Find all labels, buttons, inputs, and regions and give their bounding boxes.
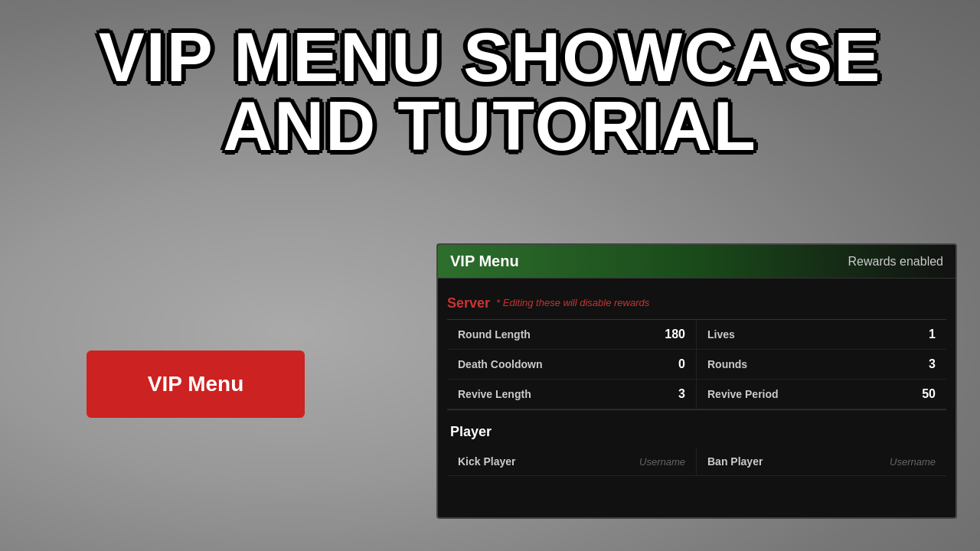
setting-death-cooldown: Death Cooldown 0: [447, 350, 697, 380]
settings-grid: Round Length 180 Lives 1 Death Cooldown …: [447, 319, 946, 409]
server-label: Server: [447, 295, 490, 311]
player-label: Player: [450, 424, 492, 440]
title-line2: AND TUTORIAL: [223, 88, 756, 165]
panel-header: VIP Menu Rewards enabled: [438, 245, 956, 279]
vip-button-label: VIP Menu: [148, 372, 244, 396]
setting-value-round-length: 180: [665, 328, 685, 341]
ban-player-input[interactable]: Username: [890, 456, 936, 468]
setting-revive-length: Revive Length 3: [447, 380, 697, 409]
server-subtitle: * Editing these will disable rewards: [496, 297, 649, 308]
title-line1: VIP MENU SHOWCASE: [99, 19, 881, 96]
rewards-status: Rewards enabled: [848, 255, 943, 269]
ban-player-label: Ban Player: [707, 455, 763, 468]
setting-value-death-cooldown: 0: [678, 357, 685, 371]
setting-label-lives: Lives: [707, 328, 735, 341]
kick-player-label: Kick Player: [458, 455, 516, 468]
setting-value-lives: 1: [929, 328, 936, 341]
setting-rounds: Rounds 3: [697, 350, 946, 380]
ban-player-field[interactable]: Ban Player Username: [697, 448, 946, 476]
kick-player-input[interactable]: Username: [639, 456, 685, 468]
panel-body[interactable]: Server * Editing these will disable rewa…: [438, 279, 956, 513]
setting-label-revive-length: Revive Length: [458, 388, 531, 400]
panel-title: VIP Menu: [450, 253, 519, 270]
setting-round-length: Round Length 180: [447, 320, 697, 350]
player-grid: Kick Player Username Ban Player Username: [447, 448, 946, 476]
player-section-header: Player: [447, 409, 946, 448]
setting-label-rounds: Rounds: [707, 358, 747, 370]
setting-revive-period: Revive Period 50: [697, 380, 946, 409]
setting-value-revive-period: 50: [922, 387, 936, 401]
title-text: VIP MENU SHOWCASE AND TUTORIAL: [0, 23, 980, 161]
vip-menu-button[interactable]: VIP Menu: [87, 350, 305, 418]
setting-label-death-cooldown: Death Cooldown: [458, 358, 542, 370]
setting-label-round-length: Round Length: [458, 328, 531, 341]
kick-player-field[interactable]: Kick Player Username: [447, 448, 697, 476]
setting-value-revive-length: 3: [678, 387, 685, 401]
setting-label-revive-period: Revive Period: [707, 388, 779, 400]
title-container: VIP MENU SHOWCASE AND TUTORIAL: [0, 23, 980, 161]
setting-lives: Lives 1: [697, 320, 946, 350]
vip-panel: VIP Menu Rewards enabled Server * Editin…: [436, 243, 957, 519]
setting-value-rounds: 3: [929, 357, 936, 371]
server-section-header: Server * Editing these will disable rewa…: [447, 289, 946, 316]
